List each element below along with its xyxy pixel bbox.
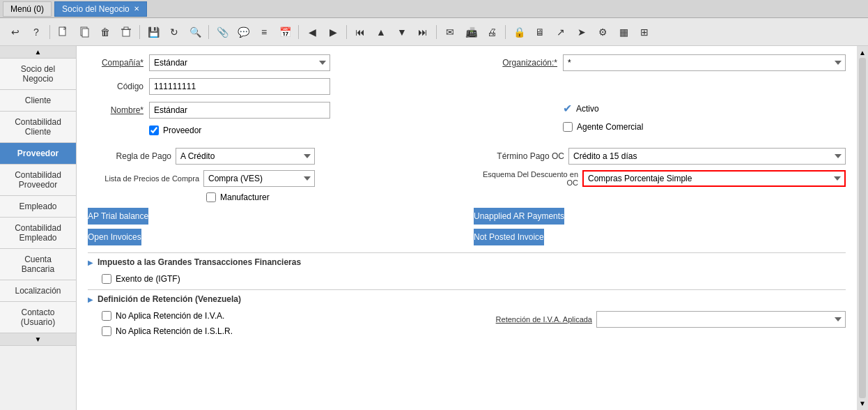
sidebar-scroll-down[interactable]: ▼ <box>0 333 76 346</box>
next-button[interactable]: ▶ <box>323 22 343 42</box>
ap-trial-button[interactable]: AP Trial balance <box>88 208 148 225</box>
right-scrollbar[interactable]: ▲ ▼ <box>857 46 868 410</box>
delete-button[interactable]: 🗑 <box>95 22 115 42</box>
svg-rect-3 <box>82 29 88 37</box>
nombre-row: Nombre* <box>88 102 460 119</box>
sidebar-item-localizacion[interactable]: Localización <box>0 280 76 302</box>
tab-menu[interactable]: Menú (0) <box>3 1 52 17</box>
codigo-row: Código <box>88 78 460 95</box>
unapplied-button[interactable]: Unapplied AR Payments <box>474 208 564 225</box>
tab-bar: Menú (0) Socio del Negocio ✕ <box>0 0 868 18</box>
route-button[interactable]: ↗ <box>551 22 571 42</box>
no-aplica-iva-row: No Aplica Retención de I.V.A. <box>102 311 467 321</box>
first-button[interactable]: ⏮ <box>350 22 370 42</box>
refresh-button[interactable]: ↻ <box>164 22 184 42</box>
organizacion-select[interactable]: * <box>563 54 846 71</box>
report-button[interactable]: ≡ <box>254 22 274 42</box>
sidebar-item-socio[interactable]: Socio del Negocio <box>0 59 76 90</box>
copy-button[interactable] <box>75 22 94 42</box>
igtf-triangle-icon[interactable]: ▶ <box>88 259 93 266</box>
section-retencion-title: Definición de Retención (Venezuela) <box>98 294 241 304</box>
new-button[interactable] <box>54 22 73 42</box>
agente-checkbox[interactable] <box>563 122 573 132</box>
print-button[interactable]: 🖨 <box>482 22 502 42</box>
proveedor-row: Proveedor <box>88 126 460 135</box>
compania-label: Compañía* <box>88 58 144 68</box>
sidebar-item-contabilidad-cliente[interactable]: Contabilidad Cliente <box>0 112 76 143</box>
proveedor-checkbox[interactable] <box>149 126 159 135</box>
zoom-button[interactable]: ⊞ <box>635 22 654 42</box>
sidebar-item-contabilidad-empleado[interactable]: Contabilidad Empleado <box>0 218 76 249</box>
compania-select[interactable]: Estándar <box>149 54 330 71</box>
section-retencion-header: ▶ Definición de Retención (Venezuela) <box>88 289 846 308</box>
section-igtf-title: Impuesto a las Grandes Transacciones Fin… <box>98 257 301 267</box>
sep7 <box>505 25 506 39</box>
activo-label: Activo <box>576 104 599 114</box>
send-button[interactable]: ➤ <box>572 22 591 42</box>
retencion-triangle-icon[interactable]: ▶ <box>88 296 93 303</box>
main-layout: ▲ Socio del Negocio Cliente Contabilidad… <box>0 46 868 410</box>
sidebar-item-cuenta-bancaria[interactable]: Cuenta Bancaria <box>0 249 76 280</box>
no-aplica-iva-checkbox[interactable] <box>102 311 111 321</box>
close-tab-icon[interactable]: ✕ <box>134 5 139 13</box>
chat-button[interactable]: 💬 <box>233 22 253 42</box>
retencion-iva-label: Retención de I.V.A. Aplicada <box>481 315 592 324</box>
manufacturer-row: Manufacturer <box>206 192 846 202</box>
activo-row: ✔ Activo <box>474 102 846 115</box>
lista-precios-select[interactable]: Compra (VES) <box>203 170 315 187</box>
manufacturer-checkbox[interactable] <box>206 192 216 202</box>
regla-pago-label: Regla de Pago <box>88 151 171 161</box>
no-aplica-islr-label: No Aplica Retención de I.S.L.R. <box>116 326 233 336</box>
esquema-descuento-select[interactable]: Compras Porcentaje Simple <box>582 170 846 187</box>
codigo-input[interactable] <box>149 78 330 95</box>
nombre-input[interactable] <box>149 102 330 119</box>
help-button[interactable]: ? <box>26 22 46 42</box>
open-invoices-button[interactable]: Open Invoices <box>88 229 141 245</box>
sidebar-item-empleado[interactable]: Empleado <box>0 196 76 218</box>
delete2-button[interactable] <box>116 22 136 42</box>
save-button[interactable]: 💾 <box>144 22 163 42</box>
scan-button[interactable]: 🖥 <box>530 22 550 42</box>
sep1 <box>49 25 50 39</box>
scroll-down-btn[interactable]: ▼ <box>859 400 866 407</box>
up-button[interactable]: ▲ <box>371 22 391 42</box>
attach-button[interactable]: 📎 <box>212 22 232 42</box>
no-aplica-islr-checkbox[interactable] <box>102 326 111 336</box>
termino-pago-select[interactable]: Crédito a 15 días <box>568 148 846 165</box>
barcode-button[interactable]: ▦ <box>614 22 633 42</box>
scroll-up-btn[interactable]: ▲ <box>859 49 866 56</box>
toolbar: ↩ ? 🗑 💾 ↻ 🔍 📎 💬 ≡ 📅 ◀ ▶ ⏮ ▲ ▼ ⏭ ✉ 📠 🖨 🔒 … <box>0 18 868 46</box>
prev-button[interactable]: ◀ <box>302 22 322 42</box>
lock-button[interactable]: 🔒 <box>509 22 529 42</box>
settings-button[interactable]: ⚙ <box>593 22 612 42</box>
search-button[interactable]: 🔍 <box>185 22 205 42</box>
section-igtf-header: ▶ Impuesto a las Grandes Transacciones F… <box>88 252 846 271</box>
compania-row: Compañía* Estándar <box>88 54 460 71</box>
sep5 <box>346 25 347 39</box>
sidebar-item-cliente[interactable]: Cliente <box>0 90 76 112</box>
manufacturer-label: Manufacturer <box>220 192 270 202</box>
last-button[interactable]: ⏭ <box>413 22 433 42</box>
no-aplica-iva-label: No Aplica Retención de I.V.A. <box>116 311 224 321</box>
esquema-descuento-label: Esquema Del Descuento en OC <box>474 170 578 187</box>
not-posted-button[interactable]: Not Posted Invoice <box>474 229 544 245</box>
sep6 <box>436 25 437 39</box>
mail-button[interactable]: ✉ <box>440 22 460 42</box>
calendar-button[interactable]: 📅 <box>275 22 295 42</box>
sidebar-item-contacto[interactable]: Contacto (Usuario) <box>0 302 76 333</box>
manufacturer-checkbox-row: Manufacturer <box>206 192 270 202</box>
sidebar-item-proveedor[interactable]: Proveedor <box>0 143 76 165</box>
fax-button[interactable]: 📠 <box>461 22 481 42</box>
tab-socio[interactable]: Socio del Negocio ✕ <box>54 1 147 17</box>
no-aplica-islr-row: No Aplica Retención de I.S.L.R. <box>102 326 467 336</box>
sep2 <box>139 25 140 39</box>
retencion-iva-select[interactable] <box>596 311 846 328</box>
sidebar-scroll-up[interactable]: ▲ <box>0 46 76 59</box>
undo-button[interactable]: ↩ <box>6 22 25 42</box>
down-button[interactable]: ▼ <box>392 22 412 42</box>
proveedor-label: Proveedor <box>163 126 201 135</box>
regla-pago-select[interactable]: A Crédito <box>176 148 315 165</box>
exento-igtf-checkbox[interactable] <box>102 274 111 284</box>
activo-checkbox-row: ✔ Activo <box>563 102 599 115</box>
sidebar-item-contabilidad-proveedor[interactable]: Contabilidad Proveedor <box>0 165 76 196</box>
